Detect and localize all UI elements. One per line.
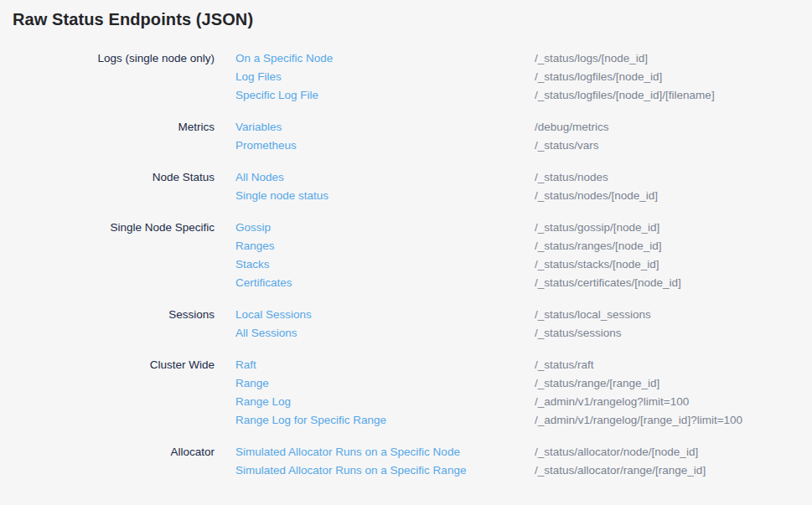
endpoint-path: /_status/nodes/[node_id]	[535, 187, 812, 205]
endpoint-path: /_status/ranges/[node_id]	[535, 237, 812, 255]
endpoint-path: /_admin/v1/rangelog?limit=100	[535, 393, 812, 411]
endpoint-links-column: GossipRangesStacksCertificates	[215, 219, 535, 292]
category-label: Single Node Specific	[0, 219, 215, 292]
endpoint-group: SessionsLocal SessionsAll Sessions/_stat…	[0, 306, 812, 343]
endpoint-group: Node StatusAll NodesSingle node status/_…	[0, 168, 812, 205]
endpoint-path: /_status/local_sessions	[535, 306, 812, 324]
endpoint-paths-column: /_status/logs/[node_id]/_status/logfiles…	[535, 49, 812, 105]
endpoint-link[interactable]: On a Specific Node	[235, 49, 535, 68]
endpoint-link[interactable]: Specific Log File	[235, 86, 535, 105]
endpoint-link[interactable]: Gossip	[235, 219, 535, 237]
endpoint-links-column: All NodesSingle node status	[215, 168, 535, 205]
endpoint-link[interactable]: Log Files	[235, 68, 535, 86]
endpoint-link[interactable]: Single node status	[235, 187, 535, 205]
endpoint-path: /_status/raft	[535, 356, 812, 374]
endpoint-path: /_status/logfiles/[node_id]/[filename]	[535, 86, 812, 105]
endpoint-link[interactable]: Ranges	[235, 237, 535, 255]
endpoint-path: /_status/gossip/[node_id]	[535, 219, 812, 237]
endpoint-path: /_status/vars	[535, 137, 812, 155]
endpoint-link[interactable]: Raft	[235, 356, 535, 374]
endpoint-path: /_status/range/[range_id]	[535, 374, 812, 393]
endpoint-path: /_status/allocator/range/[range_id]	[535, 461, 812, 480]
endpoint-paths-column: /debug/metrics/_status/vars	[535, 118, 812, 155]
category-label: Sessions	[0, 306, 215, 343]
endpoint-link[interactable]: Stacks	[235, 255, 535, 274]
endpoint-group: Cluster WideRaftRangeRange LogRange Log …	[0, 356, 812, 430]
endpoint-link[interactable]: Variables	[235, 118, 535, 137]
endpoint-paths-column: /_status/nodes/_status/nodes/[node_id]	[535, 168, 812, 205]
endpoint-links-column: RaftRangeRange LogRange Log for Specific…	[215, 356, 535, 430]
endpoint-path: /_admin/v1/rangelog/[range_id]?limit=100	[535, 411, 812, 430]
endpoint-groups: Logs (single node only)On a Specific Nod…	[0, 49, 812, 480]
endpoint-path: /_status/logs/[node_id]	[535, 49, 812, 68]
endpoint-links-column: VariablesPrometheus	[215, 118, 535, 155]
debug-endpoints-page: Raw Status Endpoints (JSON) Logs (single…	[0, 0, 812, 480]
endpoint-links-column: On a Specific NodeLog FilesSpecific Log …	[215, 49, 535, 105]
endpoint-links-column: Local SessionsAll Sessions	[215, 306, 535, 343]
endpoint-path: /_status/sessions	[535, 324, 812, 343]
endpoint-paths-column: /_status/raft/_status/range/[range_id]/_…	[535, 356, 812, 430]
endpoint-paths-column: /_status/gossip/[node_id]/_status/ranges…	[535, 219, 812, 292]
endpoint-link[interactable]: All Sessions	[235, 324, 535, 343]
endpoint-paths-column: /_status/local_sessions/_status/sessions	[535, 306, 812, 343]
endpoint-path: /_status/allocator/node/[node_id]	[535, 443, 812, 461]
endpoint-link[interactable]: All Nodes	[235, 168, 535, 187]
endpoint-path: /_status/logfiles/[node_id]	[535, 68, 812, 86]
endpoint-link[interactable]: Prometheus	[235, 137, 535, 155]
endpoint-link[interactable]: Certificates	[235, 274, 535, 292]
endpoint-path: /_status/nodes	[535, 168, 812, 187]
category-label: Logs (single node only)	[0, 49, 215, 105]
endpoint-path: /_status/certificates/[node_id]	[535, 274, 812, 292]
page-title: Raw Status Endpoints (JSON)	[13, 8, 812, 30]
endpoint-paths-column: /_status/allocator/node/[node_id]/_statu…	[535, 443, 812, 480]
endpoint-group: AllocatorSimulated Allocator Runs on a S…	[0, 443, 812, 480]
endpoint-link[interactable]: Range Log for Specific Range	[235, 411, 535, 430]
category-label: Cluster Wide	[0, 356, 215, 430]
endpoint-link[interactable]: Simulated Allocator Runs on a Specific R…	[235, 461, 535, 480]
category-label: Node Status	[0, 168, 215, 205]
endpoint-link[interactable]: Range Log	[235, 393, 535, 411]
endpoint-group: Single Node SpecificGossipRangesStacksCe…	[0, 219, 812, 292]
endpoint-link[interactable]: Simulated Allocator Runs on a Specific N…	[235, 443, 535, 461]
endpoint-link[interactable]: Range	[235, 374, 535, 393]
endpoint-group: Logs (single node only)On a Specific Nod…	[0, 49, 812, 105]
endpoint-path: /_status/stacks/[node_id]	[535, 255, 812, 274]
category-label: Metrics	[0, 118, 215, 155]
endpoint-group: MetricsVariablesPrometheus/debug/metrics…	[0, 118, 812, 155]
endpoint-links-column: Simulated Allocator Runs on a Specific N…	[215, 443, 535, 480]
endpoint-link[interactable]: Local Sessions	[235, 306, 535, 324]
endpoint-path: /debug/metrics	[535, 118, 812, 137]
category-label: Allocator	[0, 443, 215, 480]
